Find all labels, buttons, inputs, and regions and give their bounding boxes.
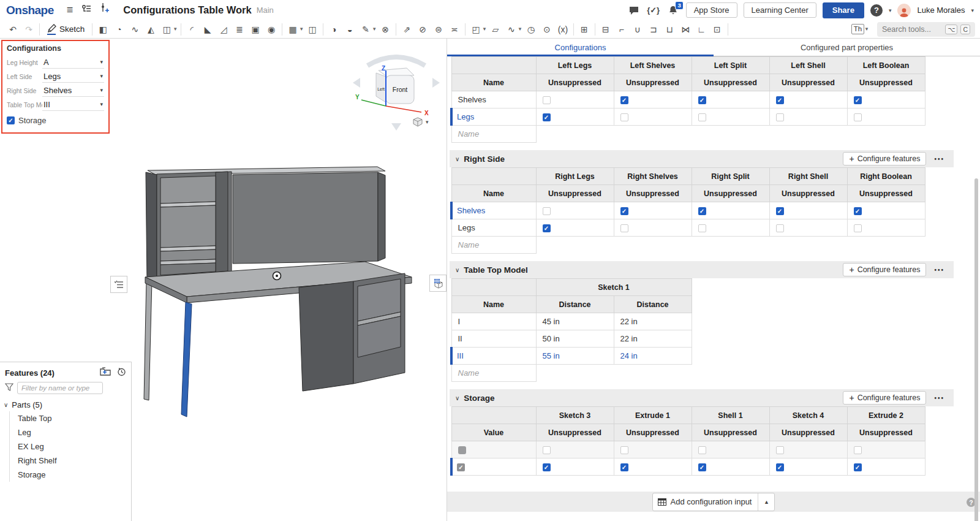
value-cell[interactable]: ✓ <box>614 458 692 476</box>
value-cell[interactable] <box>614 219 692 237</box>
notifications-icon[interactable]: 3 <box>666 4 680 17</box>
featurescript-icon[interactable]: {✓} <box>647 4 660 17</box>
new-row-name-input[interactable]: Name <box>451 237 536 254</box>
row-name-cell[interactable]: III <box>451 348 536 365</box>
checkbox[interactable] <box>543 96 551 104</box>
flange-icon[interactable]: ⌐ <box>614 21 630 38</box>
value-cell[interactable]: 22 in <box>614 313 692 330</box>
value-cell[interactable] <box>536 202 614 219</box>
value-cell[interactable]: 50 in <box>536 330 614 348</box>
checkbox[interactable] <box>776 446 784 454</box>
value-cell[interactable]: ✓ <box>614 91 692 108</box>
value-cell[interactable] <box>769 108 847 126</box>
checkbox[interactable] <box>543 446 551 454</box>
sweep-icon[interactable]: ∿ <box>127 21 143 38</box>
configuration-panel-toggle[interactable] <box>429 275 447 292</box>
checkbox[interactable] <box>854 224 862 232</box>
comment-icon[interactable] <box>627 4 641 17</box>
value-cell[interactable] <box>614 441 692 458</box>
checkbox[interactable] <box>543 207 551 215</box>
value-cell[interactable] <box>692 219 769 237</box>
parts-group[interactable]: ∨ Parts (5) <box>4 398 131 411</box>
checkbox[interactable] <box>776 224 784 232</box>
view-options-menu[interactable]: ▾ <box>413 117 429 127</box>
tab-configurations[interactable]: Configurations <box>447 39 714 56</box>
config-input-select[interactable]: Shelves▾ <box>42 84 104 97</box>
chevron-down-icon[interactable]: ▼ <box>299 26 304 32</box>
row-name-cell[interactable]: ✓ <box>451 458 536 476</box>
part-item-leg[interactable]: Leg <box>18 425 131 439</box>
share-button[interactable]: Share <box>823 2 864 18</box>
vertical-scrollbar[interactable] <box>974 178 978 521</box>
value-cell[interactable] <box>692 441 769 458</box>
row-name-cell[interactable] <box>451 441 536 458</box>
storage-checkbox[interactable]: ✓ <box>7 116 15 124</box>
chevron-up-icon[interactable]: ▲ <box>758 499 774 505</box>
frame-icon[interactable]: ⊞ <box>576 21 592 38</box>
value-cell[interactable]: ✓ <box>536 458 614 476</box>
checkbox[interactable] <box>620 224 628 232</box>
chevron-down-icon[interactable]: ∨ <box>455 395 459 401</box>
features-list-toggle[interactable] <box>110 276 127 293</box>
flat-pattern-icon[interactable]: ⊔ <box>662 21 677 38</box>
chevron-down-icon[interactable]: ▼ <box>372 26 377 32</box>
finish-sheet-metal-icon[interactable]: ⊡ <box>709 21 725 38</box>
value-cell[interactable]: ✓ <box>692 458 769 476</box>
checkbox[interactable]: ✓ <box>776 207 784 215</box>
project-icon[interactable]: ⊙ <box>539 21 555 38</box>
checkbox[interactable]: ✓ <box>698 463 706 471</box>
avatar[interactable] <box>897 4 911 17</box>
checkbox[interactable] <box>620 113 628 121</box>
value-cell[interactable]: ✓ <box>769 91 847 108</box>
chamfer-icon[interactable]: ◣ <box>200 21 216 38</box>
mirror-icon[interactable]: ◫ <box>304 21 320 38</box>
section-menu-button[interactable]: ••• <box>930 156 948 162</box>
checkbox[interactable] <box>698 113 706 121</box>
section-menu-button[interactable]: ••• <box>930 267 948 273</box>
chevron-down-icon[interactable]: ∨ <box>455 267 459 273</box>
features-filter-input[interactable] <box>17 382 103 394</box>
value-cell[interactable]: 22 in <box>614 330 692 348</box>
3d-viewport[interactable]: Configurations Leg HeightA▾Left SideLegs… <box>0 39 447 521</box>
part-item-table-top[interactable]: Table Top <box>18 411 131 425</box>
helix-icon[interactable]: ◷ <box>523 21 539 38</box>
value-cell[interactable]: ✓ <box>769 458 847 476</box>
insert-folder-icon[interactable] <box>100 367 111 378</box>
learning-center-button[interactable]: Learning Center <box>744 2 816 18</box>
value-cell[interactable]: ✓ <box>769 202 847 219</box>
value-cell[interactable]: 45 in <box>536 313 614 330</box>
value-cell[interactable]: ✓ <box>536 108 614 126</box>
part-item-ex-leg[interactable]: EX Leg <box>18 439 131 454</box>
move-face-icon[interactable]: ⇗ <box>399 21 415 38</box>
hem-icon[interactable]: ∪ <box>630 21 646 38</box>
value-cell[interactable]: ✓ <box>692 202 769 219</box>
row-name-cell[interactable]: Shelves <box>451 91 536 108</box>
value-cell[interactable]: 55 in <box>536 348 614 365</box>
value-cell[interactable] <box>769 219 847 237</box>
checkbox[interactable]: ✓ <box>854 207 862 215</box>
checkbox[interactable] <box>620 446 628 454</box>
offset-surface-icon[interactable]: ≍ <box>447 21 462 38</box>
configure-features-button[interactable]: +Configure features <box>843 152 926 165</box>
add-configuration-input-button[interactable]: Add configuration input ▲ <box>652 493 775 511</box>
shell-icon[interactable]: ▣ <box>247 21 263 38</box>
chevron-down-icon[interactable]: ∨ <box>455 156 459 162</box>
value-cell[interactable] <box>847 108 925 126</box>
checkbox[interactable] <box>854 446 862 454</box>
joint-icon[interactable]: ⋈ <box>677 21 693 38</box>
value-cell[interactable]: ✓ <box>847 202 925 219</box>
value-cell[interactable] <box>536 441 614 458</box>
checkbox[interactable]: ✓ <box>457 463 465 471</box>
help-caret-icon[interactable]: ▾ <box>889 7 892 13</box>
chevron-down-icon[interactable]: ▼ <box>173 26 178 32</box>
help-icon[interactable]: ? <box>870 4 883 17</box>
rib-icon[interactable]: ≣ <box>232 21 247 38</box>
configure-features-button[interactable]: +Configure features <box>843 391 926 405</box>
value-cell[interactable]: ✓ <box>847 91 925 108</box>
value-cell[interactable] <box>847 219 925 237</box>
row-name-cell[interactable]: II <box>451 330 536 348</box>
checkbox[interactable]: ✓ <box>620 96 628 104</box>
value-cell[interactable] <box>614 108 692 126</box>
insert-node-icon[interactable] <box>100 0 109 20</box>
checkbox[interactable]: ✓ <box>620 207 628 215</box>
